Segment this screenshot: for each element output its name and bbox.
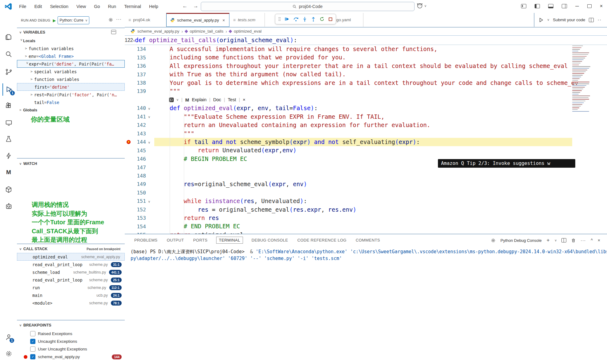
tree-chevron-icon[interactable]: > (25, 54, 29, 58)
menu-selection[interactable]: Selection (50, 4, 68, 9)
restart-icon[interactable] (319, 16, 325, 22)
breakpoint-margin[interactable] (125, 231, 133, 234)
panel-tab-ports[interactable]: PORTS (192, 237, 208, 244)
menu-run[interactable]: Run (108, 4, 116, 9)
chevron-down-icon[interactable]: > (546, 19, 550, 21)
breakpoint-checkbox[interactable]: ✓ (30, 354, 35, 359)
variable-row[interactable]: >Locals (17, 37, 125, 45)
zap-icon[interactable] (2, 150, 15, 162)
close-tab-icon[interactable]: × (222, 18, 225, 23)
console-selector[interactable]: Python Debug Console (500, 238, 542, 243)
step-over-icon[interactable] (293, 16, 299, 22)
call-stack-frame[interactable]: read_eval_print_loopscheme.py31:1 (17, 261, 125, 268)
code-line[interactable]: 149 res=original_scheme_eval(expr, env) (125, 180, 607, 188)
breadcrumb-item[interactable]: optimized_eval (234, 29, 261, 34)
continue-icon[interactable] (284, 16, 289, 22)
breakpoint-margin[interactable] (125, 104, 133, 112)
stop-icon[interactable] (328, 17, 333, 22)
breakpoint-margin[interactable] (125, 222, 133, 230)
breadcrumb-item[interactable]: scheme_eval_apply.py (137, 29, 179, 34)
code-line[interactable]: 142 return an Unevaluated containing an … (125, 121, 607, 129)
code-line[interactable]: 150 (125, 189, 607, 197)
breakpoint-margin[interactable] (125, 146, 133, 154)
aq-action-explain[interactable]: Explain (192, 97, 207, 102)
fold-chevron-icon[interactable]: > (146, 114, 156, 119)
code-line[interactable]: 141> """Evaluate Scheme expression EXPR … (125, 113, 607, 121)
call-stack-frame[interactable]: optimized_evalscheme_eval_apply.py (17, 253, 125, 261)
code-line[interactable]: 137 with True as the third argument (now… (125, 70, 607, 78)
breakpoint-margin[interactable] (125, 172, 133, 180)
code-line[interactable]: 154 # END PROBLEM EC (125, 222, 607, 230)
amazon-q-icon[interactable]: M (2, 166, 15, 178)
more-actions-icon[interactable]: ·· (597, 17, 601, 23)
breakpoint-margin[interactable] (125, 53, 133, 62)
breakpoint-margin[interactable] (125, 163, 133, 171)
breakpoint-checkbox[interactable]: ✓ (30, 339, 35, 344)
more-actions-icon[interactable]: ··· (116, 16, 122, 22)
new-terminal-icon[interactable]: + (547, 237, 550, 243)
breakpoint-margin[interactable] (125, 130, 133, 138)
code-line[interactable]: 152 res = original_scheme_eval(res.expr,… (125, 206, 607, 214)
toggle-panel-icon[interactable] (548, 4, 553, 8)
code-line[interactable]: 153 return res (125, 214, 607, 222)
kill-terminal-icon[interactable] (571, 238, 576, 243)
submit-code-button[interactable]: Submit your code (553, 18, 585, 22)
explorer-icon[interactable] (2, 31, 15, 43)
tab-tests.scm[interactable]: ≡tests.scm (229, 13, 265, 27)
tree-chevron-icon[interactable]: > (30, 77, 34, 81)
tree-chevron-icon[interactable]: > (25, 46, 29, 50)
fold-chevron-icon[interactable]: > (146, 106, 156, 111)
chevron-down-icon[interactable]: > (176, 99, 180, 101)
panel-tab-code-reference-log[interactable]: CODE REFERENCE LOG (297, 237, 347, 244)
breakpoint-margin[interactable] (125, 70, 133, 78)
nav-forward-icon[interactable]: → (193, 3, 198, 9)
breakpoint-row[interactable]: User Uncaught Exceptions (17, 345, 125, 353)
breakpoint-margin[interactable] (125, 79, 133, 87)
minimap[interactable] (572, 37, 591, 114)
call-stack-frame[interactable]: scheme_loadscheme_builtins.py441:1 (17, 268, 125, 276)
code-line[interactable]: 145 return Unevaluated(expr,env) (125, 146, 607, 154)
maximize-button[interactable] (587, 4, 592, 8)
call-stack-frame[interactable]: mainucb.py24:1 (17, 291, 125, 299)
panel-tab-problems[interactable]: PROBLEMS (134, 237, 158, 244)
code-line[interactable]: 148 (125, 172, 607, 180)
breakpoint-margin[interactable] (125, 45, 133, 53)
tree-chevron-icon[interactable]: > (19, 108, 23, 112)
cube-icon[interactable] (2, 183, 15, 196)
breakpoint-margin[interactable] (125, 121, 133, 129)
breakpoint-margin[interactable] (125, 62, 133, 70)
amazon-q-inline-toolbar[interactable]: >|MExplain|Doc|Test|× (125, 96, 607, 104)
debug-config-dropdown[interactable]: Python: Curre > (58, 16, 90, 24)
variable-row[interactable]: >env = <Global Frame> (17, 52, 125, 60)
menu-help[interactable]: Help (149, 4, 158, 9)
aq-action-test[interactable]: Test (228, 97, 236, 102)
close-panel-icon[interactable]: × (598, 238, 600, 243)
breakpoint-margin[interactable] (125, 214, 133, 222)
menu-go[interactable]: Go (94, 4, 100, 9)
breakpoint-margin[interactable] (125, 206, 133, 214)
menu-file[interactable]: File (19, 4, 26, 9)
code-line[interactable]: 143 """ (125, 130, 607, 138)
step-into-icon[interactable] (302, 16, 307, 22)
breakpoint-row[interactable]: ✓Uncaught Exceptions (17, 338, 125, 345)
variable-row[interactable]: >rest = Pair(Pair('factor', Pair('n… (17, 91, 125, 98)
tree-chevron-icon[interactable]: > (19, 39, 23, 43)
maximize-panel-icon[interactable]: ^ (591, 238, 593, 243)
code-line[interactable]: 135 including some functions that we pro… (125, 53, 607, 62)
settings-icon[interactable] (2, 347, 15, 360)
breakpoint-checkbox[interactable] (30, 331, 35, 336)
code-line[interactable]: 155 return optimized_eval (125, 231, 607, 234)
code-line[interactable]: 138 Your goal is to determine which expr… (125, 79, 607, 87)
breakpoint-margin[interactable] (125, 155, 133, 163)
search-icon[interactable] (2, 48, 15, 60)
more-actions-icon[interactable]: ··· (581, 238, 586, 243)
breakpoint-margin[interactable] (125, 138, 133, 146)
tree-chevron-icon[interactable]: > (25, 62, 29, 66)
watch-section-header[interactable]: >WATCH (17, 160, 125, 168)
menu-view[interactable]: View (76, 4, 86, 9)
tree-chevron-icon[interactable]: > (30, 93, 34, 97)
accounts-icon[interactable]: 1 (2, 331, 15, 343)
drag-handle-icon[interactable] (278, 17, 281, 22)
panel-tab-comments[interactable]: COMMENTS (355, 237, 381, 244)
variable-row[interactable]: >function variables (17, 75, 125, 83)
